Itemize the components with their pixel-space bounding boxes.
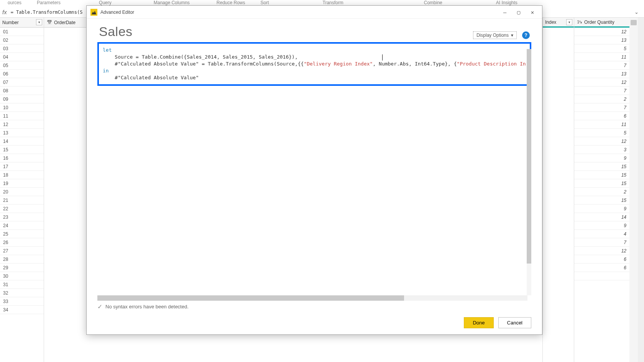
row-number[interactable]: 04 (0, 53, 44, 61)
row-number[interactable]: 31 (0, 280, 44, 289)
ribbon-tab-ai-insights[interactable]: AI Insights (496, 0, 518, 5)
fx-icon[interactable]: fx (2, 9, 7, 15)
qty-cell[interactable]: 12 (574, 137, 629, 146)
row-number[interactable]: 10 (0, 103, 44, 112)
row-number[interactable]: 15 (0, 146, 44, 154)
row-number[interactable]: 22 (0, 205, 44, 213)
code-editor[interactable]: let Source = Table.Combine({Sales_2014, … (99, 44, 530, 84)
row-number[interactable]: 16 (0, 154, 44, 162)
qty-cell[interactable]: 7 (574, 61, 629, 70)
qty-cell[interactable]: 5 (574, 129, 629, 137)
qty-cell[interactable]: 12 (574, 247, 629, 255)
row-number[interactable]: 24 (0, 221, 44, 230)
qty-cell[interactable]: 12 (574, 78, 629, 87)
row-number[interactable]: 21 (0, 196, 44, 205)
code-editor-selection: let Source = Table.Combine({Sales_2014, … (97, 42, 531, 86)
ribbon-tab-parameters[interactable]: Parameters (37, 0, 61, 5)
row-number[interactable]: 09 (0, 95, 44, 103)
ribbon-tab-combine[interactable]: Combine (424, 0, 442, 5)
row-number[interactable]: 33 (0, 297, 44, 306)
row-number[interactable]: 02 (0, 36, 44, 44)
column-label: OrderDate (54, 20, 76, 25)
qty-cell[interactable]: 6 (574, 255, 629, 264)
qty-cell[interactable]: 6 (574, 112, 629, 120)
qty-cell[interactable]: 3 (574, 146, 629, 154)
column-header-order-quantity[interactable]: Order Quantity (574, 18, 629, 28)
column-label: Order Quantity (584, 20, 614, 25)
qty-cell[interactable] (574, 272, 629, 280)
qty-cell[interactable]: 7 (574, 238, 629, 247)
qty-cell[interactable]: 15 (574, 162, 629, 171)
qty-cell[interactable]: 2 (574, 188, 629, 196)
qty-cell[interactable]: 13 (574, 70, 629, 78)
row-number[interactable]: 08 (0, 87, 44, 95)
row-number[interactable]: 27 (0, 247, 44, 255)
ribbon-tab-manage-columns[interactable]: Manage Columns (154, 0, 190, 5)
row-number[interactable]: 11 (0, 112, 44, 120)
column-header-number[interactable]: Number ▾ (0, 18, 44, 28)
qty-cell[interactable]: 7 (574, 103, 629, 112)
qty-cell[interactable]: 7 (574, 87, 629, 95)
close-button[interactable]: ✕ (529, 9, 536, 15)
qty-cell[interactable]: 13 (574, 36, 629, 44)
row-number[interactable]: 07 (0, 78, 44, 87)
row-number[interactable]: 03 (0, 44, 44, 53)
row-number[interactable]: 20 (0, 188, 44, 196)
qty-cell[interactable]: 11 (574, 120, 629, 129)
help-button[interactable]: ? (522, 31, 530, 39)
editor-vertical-scrollbar[interactable] (527, 49, 531, 295)
row-number[interactable]: 06 (0, 70, 44, 78)
row-number[interactable]: 17 (0, 162, 44, 171)
row-number[interactable]: 32 (0, 289, 44, 297)
qty-cell[interactable]: 15 (574, 179, 629, 188)
row-number[interactable]: 30 (0, 272, 44, 280)
qty-cell[interactable]: 5 (574, 44, 629, 53)
row-number[interactable]: 05 (0, 61, 44, 70)
ribbon-tab-sources[interactable]: ources (8, 0, 21, 5)
vertical-scrollbar[interactable] (629, 18, 638, 362)
row-number[interactable]: 19 (0, 179, 44, 188)
done-button[interactable]: Done (464, 317, 493, 328)
qty-cell[interactable]: 9 (574, 221, 629, 230)
qty-cell[interactable]: 15 (574, 196, 629, 205)
minimize-button[interactable]: — (501, 9, 508, 15)
row-number[interactable]: 23 (0, 213, 44, 221)
qty-cell[interactable]: 6 (574, 264, 629, 272)
row-number[interactable]: 14 (0, 137, 44, 146)
ribbon-tab-query[interactable]: Query (99, 0, 112, 5)
qty-cell[interactable]: 14 (574, 213, 629, 221)
row-number[interactable]: 18 (0, 171, 44, 179)
column-dropdown-icon[interactable]: ▾ (566, 19, 572, 25)
maximize-button[interactable]: ▢ (515, 9, 522, 15)
cancel-button[interactable]: Cancel (498, 317, 531, 328)
qty-cell[interactable]: 15 (574, 171, 629, 179)
column-dropdown-icon[interactable]: ▾ (36, 19, 42, 25)
qty-cell[interactable]: 2 (574, 95, 629, 103)
ribbon-tab-reduce-rows[interactable]: Reduce Rows (217, 0, 245, 5)
outer-scrollbar[interactable] (638, 18, 644, 362)
row-number[interactable]: 01 (0, 28, 44, 36)
formula-expand-icon[interactable]: ⌄ (634, 9, 639, 15)
ribbon-tab-sort[interactable]: Sort (261, 0, 269, 5)
number-type-icon (577, 19, 583, 25)
row-number[interactable]: 26 (0, 238, 44, 247)
ribbon-tab-transform[interactable]: Transform (323, 0, 343, 5)
qty-cell[interactable]: 4 (574, 230, 629, 238)
row-number[interactable]: 12 (0, 120, 44, 129)
horizontal-scrollbar[interactable] (97, 295, 527, 301)
row-number[interactable]: 29 (0, 264, 44, 272)
code-editor-whitespace[interactable] (97, 86, 531, 301)
row-number[interactable]: 28 (0, 255, 44, 264)
qty-cell[interactable]: 9 (574, 205, 629, 213)
dialog-titlebar: Advanced Editor — ▢ ✕ (87, 6, 542, 19)
row-number[interactable]: 13 (0, 129, 44, 137)
column-header-index[interactable]: Index ▾ (543, 18, 574, 28)
display-options-dropdown[interactable]: Display Options ▾ (473, 31, 517, 39)
query-name-heading: Sales (99, 24, 133, 39)
formula-text[interactable]: = Table.TransformColumns(S (11, 10, 83, 15)
qty-cell[interactable]: 9 (574, 154, 629, 162)
row-number[interactable]: 25 (0, 230, 44, 238)
qty-cell[interactable]: 12 (574, 28, 629, 36)
qty-cell[interactable]: 11 (574, 53, 629, 61)
row-number[interactable]: 34 (0, 306, 44, 314)
